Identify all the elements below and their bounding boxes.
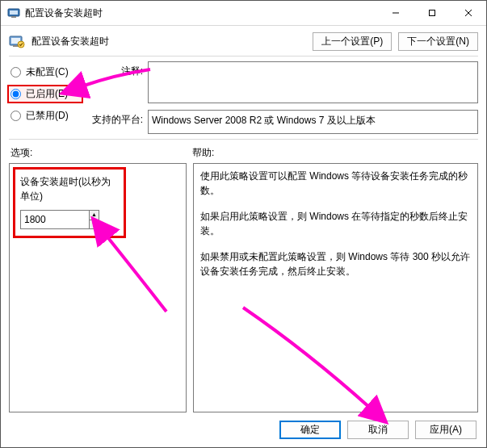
platform-text: Windows Server 2008 R2 或 Windows 7 及以上版本	[148, 110, 478, 134]
titlebar: 配置设备安装超时	[1, 1, 486, 26]
radio-enabled-label: 已启用(E)	[26, 87, 68, 101]
ok-button[interactable]: 确定	[279, 421, 341, 439]
maximize-button[interactable]	[414, 1, 450, 25]
radio-not-configured-input[interactable]	[10, 67, 21, 77]
radio-not-configured-label: 未配置(C)	[26, 65, 69, 79]
comment-label: 注释:	[86, 61, 143, 78]
radio-enabled[interactable]: 已启用(E)	[9, 86, 82, 102]
config-area: 未配置(C) 已启用(E) 已禁用(D) 注释: 支持的平台: Windows …	[1, 57, 486, 139]
option-group-highlight: 设备安装超时(以秒为单位) ▲ ▼	[13, 167, 126, 238]
apply-button[interactable]: 应用(A)	[415, 421, 477, 439]
lower-area: 设备安装超时(以秒为单位) ▲ ▼ 使用此策略设置可以配置 Windows 等待…	[1, 163, 486, 412]
spin-down-button[interactable]: ▼	[90, 220, 99, 229]
options-header: 选项:	[10, 146, 192, 160]
previous-setting-button[interactable]: 上一个设置(P)	[313, 32, 392, 51]
close-button[interactable]	[450, 1, 486, 25]
radio-not-configured[interactable]: 未配置(C)	[9, 65, 82, 80]
platform-label: 支持的平台:	[86, 110, 143, 127]
help-header: 帮助:	[192, 146, 477, 160]
minimize-button[interactable]	[377, 1, 414, 25]
radio-disabled[interactable]: 已禁用(D)	[9, 108, 82, 124]
cancel-button[interactable]: 取消	[347, 421, 409, 439]
options-panel: 设备安装超时(以秒为单位) ▲ ▼	[9, 163, 187, 412]
next-setting-button[interactable]: 下一个设置(N)	[398, 32, 478, 51]
policy-icon	[9, 35, 25, 49]
dialog-window: 配置设备安装超时 配置设备安装超时 上一	[0, 0, 487, 448]
help-text-2: 如果启用此策略设置，则 Windows 在等待指定的秒数后终止安装。	[200, 209, 471, 238]
radio-disabled-input[interactable]	[10, 111, 21, 121]
help-text-1: 使用此策略设置可以配置 Windows 等待设备安装任务完成的秒数。	[200, 169, 471, 198]
svg-rect-1	[10, 10, 18, 15]
radio-disabled-label: 已禁用(D)	[26, 109, 69, 123]
subheader-title: 配置设备安装超时	[31, 35, 109, 48]
help-panel: 使用此策略设置可以配置 Windows 等待设备安装任务完成的秒数。 如果启用此…	[193, 163, 478, 412]
subheader: 配置设备安装超时 上一个设置(P) 下一个设置(N)	[1, 26, 486, 56]
radio-enabled-input[interactable]	[10, 89, 21, 99]
bottom-bar: 确定 取消 应用(A)	[1, 412, 486, 447]
option-label: 设备安装超时(以秒为单位)	[20, 174, 119, 203]
spin-up-button[interactable]: ▲	[90, 211, 99, 220]
svg-rect-4	[429, 10, 435, 16]
timeout-input[interactable]	[21, 211, 89, 228]
timeout-spinbox[interactable]: ▲ ▼	[20, 210, 99, 229]
help-text-3: 如果禁用或未配置此策略设置，则 Windows 等待 300 秒以允许设备安装任…	[200, 249, 471, 278]
lower-headers: 选项: 帮助:	[1, 140, 486, 163]
svg-rect-2	[11, 16, 16, 18]
comment-textarea[interactable]	[148, 61, 478, 103]
app-icon	[7, 6, 20, 19]
window-title: 配置设备安装超时	[25, 6, 103, 20]
